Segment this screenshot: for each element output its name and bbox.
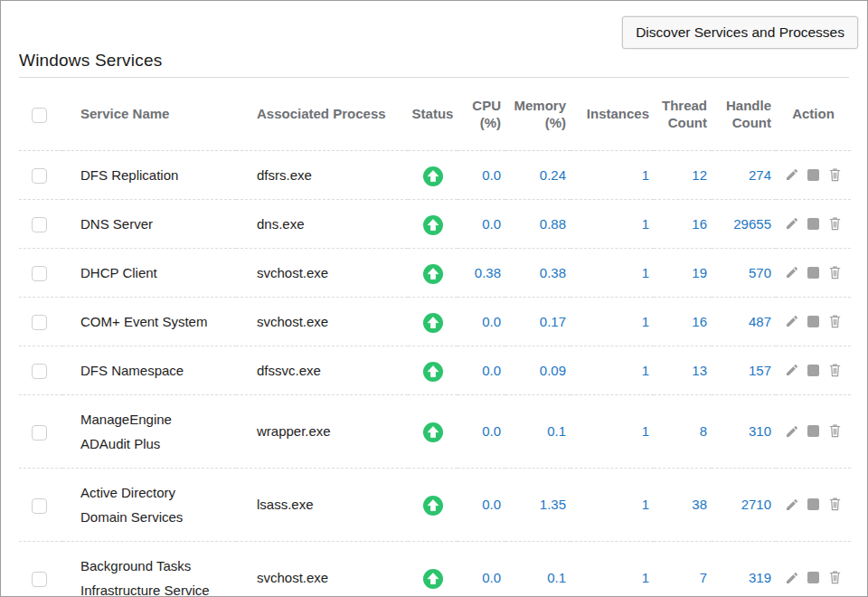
cpu-value[interactable]: 0.0	[458, 199, 505, 248]
associated-process: wrapper.exe	[236, 394, 408, 468]
delete-trash-icon[interactable]	[827, 314, 843, 329]
row-checkbox[interactable]	[32, 364, 47, 379]
service-name: COM+ Event System	[62, 297, 236, 346]
row-checkbox[interactable]	[32, 425, 47, 441]
memory-value[interactable]: 0.88	[505, 199, 571, 248]
memory-value[interactable]: 0.09	[505, 346, 571, 394]
status-running-icon	[423, 569, 443, 589]
stop-square-icon[interactable]	[807, 425, 819, 437]
instances-value[interactable]: 1	[571, 297, 654, 346]
service-name: ManageEngine ADAudit Plus	[62, 394, 236, 468]
windows-services-table: Service Name Associated Process Status C…	[19, 78, 851, 597]
instances-value[interactable]: 1	[571, 248, 654, 297]
handle-count-value[interactable]: 310	[712, 394, 776, 468]
thread-count-value[interactable]: 38	[654, 468, 712, 541]
delete-trash-icon[interactable]	[827, 265, 843, 280]
table-header-row: Service Name Associated Process Status C…	[19, 78, 851, 150]
memory-value[interactable]: 0.24	[505, 150, 571, 199]
delete-trash-icon[interactable]	[827, 167, 843, 183]
status-running-icon	[423, 422, 443, 442]
handle-count-value[interactable]: 319	[712, 541, 776, 597]
instances-value[interactable]: 1	[571, 541, 654, 597]
memory-value[interactable]: 0.17	[505, 297, 571, 346]
cpu-value[interactable]: 0.0	[458, 297, 505, 346]
cpu-value[interactable]: 0.0	[458, 541, 505, 597]
edit-pencil-icon[interactable]	[785, 216, 799, 231]
status-running-icon	[423, 166, 443, 186]
thread-count-value[interactable]: 19	[654, 248, 712, 297]
delete-trash-icon[interactable]	[827, 363, 843, 378]
row-checkbox[interactable]	[32, 217, 47, 232]
table-row: Background Tasks Infrastructure Service …	[19, 541, 851, 597]
thread-count-value[interactable]: 16	[654, 199, 712, 248]
handle-count-value[interactable]: 570	[712, 248, 776, 297]
row-checkbox[interactable]	[32, 572, 47, 587]
handle-count-value[interactable]: 487	[712, 297, 776, 346]
row-checkbox[interactable]	[32, 168, 47, 184]
thread-count-value[interactable]: 8	[654, 394, 712, 468]
stop-square-icon[interactable]	[807, 169, 819, 181]
edit-pencil-icon[interactable]	[785, 424, 799, 439]
row-actions	[776, 363, 851, 378]
col-header-status: Status	[408, 78, 458, 150]
stop-square-icon[interactable]	[807, 572, 819, 583]
stop-square-icon[interactable]	[807, 316, 819, 327]
edit-pencil-icon[interactable]	[785, 314, 799, 328]
handle-count-value[interactable]: 29655	[712, 199, 776, 248]
memory-value[interactable]: 0.1	[505, 394, 571, 468]
service-name: Active Directory Domain Services	[62, 468, 236, 541]
thread-count-value[interactable]: 13	[654, 346, 712, 394]
edit-pencil-icon[interactable]	[785, 265, 799, 280]
row-actions	[776, 570, 851, 585]
row-checkbox[interactable]	[32, 498, 47, 514]
stop-square-icon[interactable]	[807, 267, 819, 279]
service-name: DHCP Client	[62, 248, 236, 297]
edit-pencil-icon[interactable]	[785, 167, 799, 182]
row-checkbox[interactable]	[32, 266, 47, 281]
table-row: DFS Replication dfsrs.exe 0.0 0.24 1 12 …	[19, 150, 851, 199]
memory-value[interactable]: 0.1	[505, 541, 571, 597]
instances-value[interactable]: 1	[571, 199, 654, 248]
handle-count-value[interactable]: 2710	[712, 468, 776, 541]
instances-value[interactable]: 1	[571, 150, 654, 199]
col-header-memory: Memory (%)	[505, 78, 571, 150]
stop-square-icon[interactable]	[807, 218, 819, 230]
delete-trash-icon[interactable]	[827, 216, 843, 232]
row-actions	[776, 497, 851, 512]
stop-square-icon[interactable]	[807, 365, 819, 376]
memory-value[interactable]: 1.35	[505, 468, 571, 541]
row-actions	[776, 216, 851, 232]
thread-count-value[interactable]: 16	[654, 297, 712, 346]
discover-services-button[interactable]: Discover Services and Processes	[622, 16, 858, 49]
delete-trash-icon[interactable]	[827, 570, 843, 585]
delete-trash-icon[interactable]	[827, 497, 843, 512]
handle-count-value[interactable]: 274	[712, 150, 776, 199]
handle-count-value[interactable]: 157	[712, 346, 776, 394]
instances-value[interactable]: 1	[571, 346, 654, 394]
edit-pencil-icon[interactable]	[785, 363, 799, 377]
stop-square-icon[interactable]	[807, 498, 819, 510]
cpu-value[interactable]: 0.38	[458, 248, 505, 297]
cpu-value[interactable]: 0.0	[458, 346, 505, 394]
row-actions	[776, 314, 851, 329]
cpu-value[interactable]: 0.0	[458, 468, 505, 541]
memory-value[interactable]: 0.38	[505, 248, 571, 297]
cpu-value[interactable]: 0.0	[458, 394, 505, 468]
associated-process: dns.exe	[236, 199, 408, 248]
service-name: DFS Replication	[62, 150, 236, 199]
status-running-icon	[423, 496, 443, 516]
row-actions	[776, 167, 851, 183]
service-name: DNS Server	[62, 199, 236, 248]
instances-value[interactable]: 1	[571, 468, 654, 541]
thread-count-value[interactable]: 12	[654, 150, 712, 199]
thread-count-value[interactable]: 7	[654, 541, 712, 597]
row-actions	[776, 423, 851, 439]
page-title: Windows Services	[19, 51, 849, 71]
edit-pencil-icon[interactable]	[785, 571, 799, 585]
instances-value[interactable]: 1	[571, 394, 654, 468]
select-all-checkbox[interactable]	[32, 108, 47, 123]
edit-pencil-icon[interactable]	[785, 498, 799, 512]
cpu-value[interactable]: 0.0	[458, 150, 505, 199]
row-checkbox[interactable]	[32, 315, 47, 330]
delete-trash-icon[interactable]	[827, 423, 843, 439]
